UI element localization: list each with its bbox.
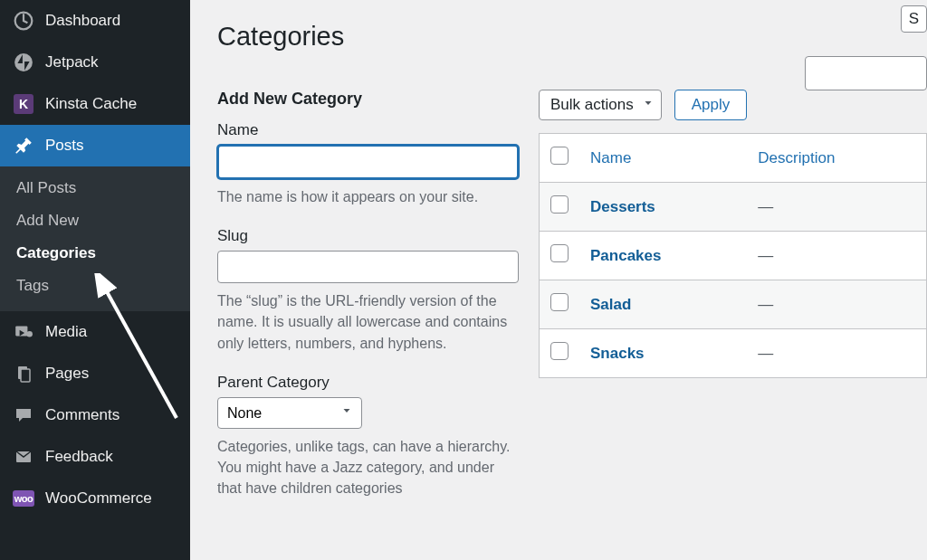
submenu-add-new[interactable]: Add New bbox=[0, 204, 190, 237]
parent-category-select[interactable]: None bbox=[217, 397, 362, 429]
pages-icon bbox=[13, 363, 34, 384]
media-icon bbox=[13, 321, 34, 343]
description-cell: — bbox=[747, 232, 926, 280]
sidebar-item-pages[interactable]: Pages bbox=[0, 353, 190, 394]
description-cell: — bbox=[747, 183, 926, 232]
svg-point-3 bbox=[26, 331, 33, 337]
description-cell: — bbox=[747, 280, 926, 329]
category-link[interactable]: Desserts bbox=[590, 198, 655, 215]
name-help: The name is how it appears on your site. bbox=[217, 186, 519, 207]
row-checkbox[interactable] bbox=[550, 244, 569, 262]
dashboard-icon bbox=[13, 10, 34, 32]
select-all-checkbox[interactable] bbox=[550, 147, 569, 165]
table-row: Desserts — bbox=[540, 183, 927, 232]
sidebar-item-kinsta[interactable]: K Kinsta Cache bbox=[0, 83, 190, 125]
name-label: Name bbox=[217, 121, 519, 139]
add-category-form: Add New Category Name The name is how it… bbox=[217, 90, 539, 518]
sidebar-label: Posts bbox=[45, 137, 84, 155]
comments-icon bbox=[13, 404, 34, 426]
description-cell: — bbox=[747, 329, 926, 378]
admin-sidebar: Dashboard Jetpack K Kinsta Cache Posts A… bbox=[0, 0, 190, 560]
kinsta-icon: K bbox=[13, 93, 34, 115]
page-title: Categories bbox=[217, 22, 927, 52]
sidebar-item-posts[interactable]: Posts bbox=[0, 125, 190, 166]
row-checkbox[interactable] bbox=[550, 342, 569, 360]
sidebar-label: WooCommerce bbox=[45, 489, 152, 508]
sidebar-item-woocommerce[interactable]: woo WooCommerce bbox=[0, 478, 190, 519]
woocommerce-icon: woo bbox=[13, 488, 34, 509]
row-checkbox[interactable] bbox=[550, 293, 569, 311]
svg-rect-5 bbox=[21, 369, 30, 382]
parent-label: Parent Category bbox=[217, 374, 519, 392]
table-row: Salad — bbox=[540, 280, 927, 329]
posts-submenu: All Posts Add New Categories Tags bbox=[0, 166, 190, 311]
submenu-tags[interactable]: Tags bbox=[0, 270, 190, 302]
parent-help: Categories, unlike tags, can have a hier… bbox=[217, 436, 519, 499]
sidebar-label: Jetpack bbox=[45, 53, 99, 71]
search-categories-input[interactable] bbox=[805, 56, 927, 90]
table-row: Pancakes — bbox=[540, 232, 927, 280]
slug-help: The “slug” is the URL-friendly version o… bbox=[217, 290, 519, 354]
pin-icon bbox=[13, 135, 34, 157]
table-row: Snacks — bbox=[540, 329, 927, 378]
submenu-all-posts[interactable]: All Posts bbox=[0, 172, 190, 204]
sidebar-label: Kinsta Cache bbox=[45, 95, 137, 113]
sidebar-label: Pages bbox=[45, 365, 89, 383]
sidebar-label: Comments bbox=[45, 406, 119, 424]
sidebar-item-jetpack[interactable]: Jetpack bbox=[0, 42, 190, 83]
sidebar-label: Feedback bbox=[45, 448, 113, 466]
categories-table: Name Description Desserts — Pancakes — bbox=[539, 133, 927, 378]
col-name[interactable]: Name bbox=[579, 134, 747, 183]
apply-button[interactable]: Apply bbox=[674, 90, 748, 120]
sidebar-item-dashboard[interactable]: Dashboard bbox=[0, 0, 190, 42]
category-slug-input[interactable] bbox=[217, 251, 519, 283]
row-checkbox[interactable] bbox=[550, 195, 569, 214]
category-link[interactable]: Snacks bbox=[590, 345, 645, 362]
sidebar-item-media[interactable]: Media bbox=[0, 311, 190, 353]
sidebar-item-feedback[interactable]: Feedback bbox=[0, 436, 190, 478]
svg-point-1 bbox=[14, 53, 33, 71]
form-heading: Add New Category bbox=[217, 90, 519, 109]
slug-label: Slug bbox=[217, 227, 519, 245]
col-description[interactable]: Description bbox=[747, 134, 926, 183]
jetpack-icon bbox=[13, 52, 34, 73]
sidebar-item-comments[interactable]: Comments bbox=[0, 394, 190, 436]
main-content: S Categories Add New Category Name The n… bbox=[190, 0, 927, 560]
sidebar-label: Dashboard bbox=[45, 12, 120, 30]
chevron-down-icon bbox=[642, 97, 655, 113]
screen-options-stub[interactable]: S bbox=[901, 5, 927, 33]
categories-list: Bulk actions Apply Name Description bbox=[539, 90, 927, 518]
category-link[interactable]: Salad bbox=[590, 296, 631, 313]
sidebar-label: Media bbox=[45, 323, 87, 341]
category-link[interactable]: Pancakes bbox=[590, 247, 661, 264]
feedback-icon bbox=[13, 446, 34, 468]
category-name-input[interactable] bbox=[217, 145, 519, 179]
submenu-categories[interactable]: Categories bbox=[0, 237, 190, 270]
